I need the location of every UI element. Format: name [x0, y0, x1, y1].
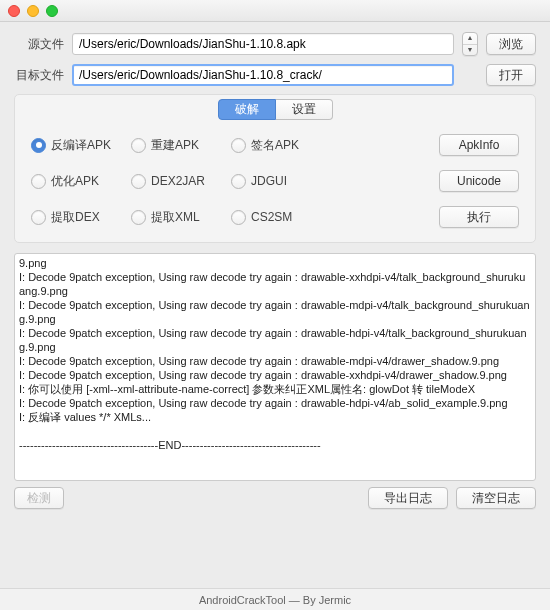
- tab-settings[interactable]: 设置: [276, 99, 333, 120]
- close-icon[interactable]: [8, 5, 20, 17]
- open-button[interactable]: 打开: [486, 64, 536, 86]
- radio-rebuild[interactable]: 重建APK: [131, 137, 231, 154]
- browse-button[interactable]: 浏览: [486, 33, 536, 55]
- radio-extractxml[interactable]: 提取XML: [131, 209, 231, 226]
- titlebar: [0, 0, 550, 22]
- execute-button[interactable]: 执行: [439, 206, 519, 228]
- zoom-icon[interactable]: [46, 5, 58, 17]
- radio-extractdex[interactable]: 提取DEX: [31, 209, 131, 226]
- log-output[interactable]: 9.png I: Decode 9patch exception, Using …: [14, 253, 536, 481]
- export-log-button[interactable]: 导出日志: [368, 487, 448, 509]
- tab-crack[interactable]: 破解: [218, 99, 276, 120]
- target-label: 目标文件: [14, 67, 64, 84]
- clear-log-button[interactable]: 清空日志: [456, 487, 536, 509]
- radio-dex2jar[interactable]: DEX2JAR: [131, 173, 231, 190]
- unicode-button[interactable]: Unicode: [439, 170, 519, 192]
- stepper[interactable]: ▲ ▼: [462, 32, 478, 56]
- radio-cs2sm[interactable]: CS2SM: [231, 209, 331, 226]
- options-panel: 破解 设置 反编译APK 重建APK 签名APK ApkInfo 优化APK D…: [14, 94, 536, 243]
- radio-optimize[interactable]: 优化APK: [31, 173, 131, 190]
- footer-text: AndroidCrackTool — By Jermic: [0, 588, 550, 610]
- target-input[interactable]: [72, 64, 454, 86]
- chevron-down-icon[interactable]: ▼: [463, 45, 477, 56]
- radio-jdgui[interactable]: JDGUI: [231, 173, 331, 190]
- chevron-up-icon[interactable]: ▲: [463, 33, 477, 45]
- apkinfo-button[interactable]: ApkInfo: [439, 134, 519, 156]
- detect-button: 检测: [14, 487, 64, 509]
- minimize-icon[interactable]: [27, 5, 39, 17]
- radio-decompile[interactable]: 反编译APK: [31, 137, 131, 154]
- source-label: 源文件: [14, 36, 64, 53]
- radio-sign[interactable]: 签名APK: [231, 137, 331, 154]
- source-input[interactable]: [72, 33, 454, 55]
